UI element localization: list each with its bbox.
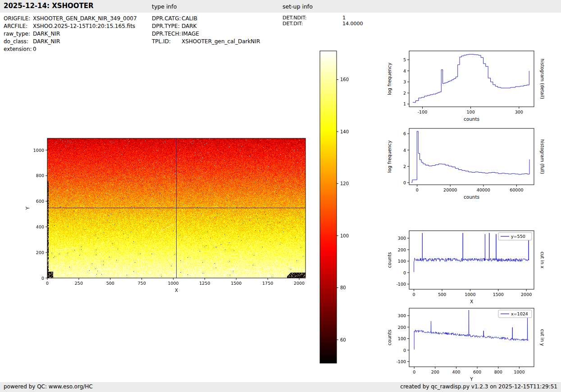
svg-text:100: 100 [398,336,406,341]
svg-text:1000: 1000 [168,281,178,286]
svg-text:1750: 1750 [262,281,273,286]
svg-text:log frequency: log frequency [387,140,392,173]
svg-text:750: 750 [138,281,146,286]
info-label: DPR.TYPE: [152,23,182,30]
svg-text:40000: 40000 [477,187,490,192]
svg-text:x=1024: x=1024 [511,311,528,316]
svg-text:y=550: y=550 [511,234,525,239]
type-info-block: DPR.CATG:CALIB DPR.TYPE:DARK DPR.TECH:IM… [152,15,260,46]
info-value: IMAGE [182,30,199,38]
svg-text:0: 0 [403,270,406,275]
svg-text:1000: 1000 [465,292,475,297]
info-value: DARK [182,23,196,30]
info-label: ARCFILE: [4,23,33,30]
svg-text:100: 100 [467,109,475,114]
histogram-detail-plot: -10010030012345countslog frequencyhistog… [384,46,547,127]
info-value: XSHOOTER_gen_cal_DarkNIR [182,38,260,46]
svg-text:counts: counts [387,252,392,268]
svg-text:60: 60 [340,337,346,342]
svg-text:120: 120 [340,181,349,186]
svg-text:0: 0 [403,180,406,185]
info-row-dpr-type: DPR.TYPE:DARK [152,23,260,30]
info-value: 14.0000 [342,21,363,27]
svg-text:log frequency: log frequency [387,63,392,95]
svg-text:Y: Y [470,376,473,382]
colorbar-axes: 6080100120140160 [317,48,361,366]
info-label: DPR.CATG: [152,15,182,23]
info-row-extension: extension:0 [4,46,137,53]
svg-text:400: 400 [36,224,44,229]
info-value: DARK_NIR [33,30,60,38]
svg-text:80: 80 [340,285,346,290]
svg-text:20000: 20000 [443,187,457,192]
info-label: ORIGFILE: [4,15,33,23]
svg-text:3: 3 [403,79,406,84]
svg-text:5: 5 [403,57,406,62]
svg-text:2000: 2000 [521,292,532,297]
footer-bar: powered by QC: www.eso.org/HC created by… [0,382,561,392]
info-row-do-class: do_class:DARK_NIR [4,38,137,46]
cut-in-x-plot: 0500100015002000-1000100200300Xcountscut… [384,225,547,309]
svg-text:1250: 1250 [199,281,210,286]
svg-text:-100: -100 [396,282,406,287]
setup-info-block: DET.NDIT:1 DET.DIT:14.0000 [283,15,363,27]
svg-text:1500: 1500 [493,292,504,297]
info-row-det-ndit: DET.NDIT:1 [283,15,363,21]
file-info-block: ORIGFILE:XSHOOTER_GEN_DARK_NIR_349_0007 … [4,15,137,53]
footer-created-by: created by qc_rawdisp.py v1.2.3 on 2025-… [400,383,557,390]
svg-text:histogram (full): histogram (full) [540,139,545,174]
svg-text:counts: counts [464,116,479,122]
svg-text:1000: 1000 [33,148,44,153]
info-row-raw-type: raw_type:DARK_NIR [4,30,137,38]
svg-text:X: X [175,287,178,293]
type-info-heading: type info [152,3,177,10]
svg-text:100: 100 [340,233,349,238]
svg-text:200: 200 [431,369,439,374]
svg-text:cut in x: cut in x [540,251,545,268]
info-value: 0 [33,46,36,53]
svg-text:0: 0 [413,369,415,374]
svg-text:500: 500 [438,292,446,297]
svg-text:cut in y: cut in y [540,329,545,346]
info-value: XSHOO.2025-12-15T10:20:15.165.fits [33,23,135,30]
info-row-dpr-catg: DPR.CATG:CALIB [152,15,260,23]
info-label: DPR.TECH: [152,30,182,38]
svg-text:4: 4 [403,148,406,153]
info-value: DARK_NIR [33,38,60,46]
info-label: TPL.ID: [152,38,182,46]
svg-text:300: 300 [398,236,406,241]
svg-text:600: 600 [473,369,481,374]
header-bar: 2025-12-14: XSHOOTER type info set-up in… [0,0,561,13]
info-value: XSHOOTER_GEN_DARK_NIR_349_0007 [33,15,137,23]
svg-text:0: 0 [413,292,415,297]
info-label: do_class: [4,38,33,46]
svg-text:2: 2 [403,91,406,96]
info-label: DET.DIT: [283,21,342,27]
svg-text:100: 100 [398,259,406,264]
svg-text:1: 1 [403,101,406,106]
svg-text:800: 800 [494,369,502,374]
info-row-arcfile: ARCFILE:XSHOO.2025-12-15T10:20:15.165.fi… [4,23,137,30]
svg-text:1000: 1000 [514,369,525,374]
histogram-full-plot: 02000040000600000246countslog frequencyh… [384,123,547,205]
svg-text:2000: 2000 [294,281,305,286]
svg-text:200: 200 [36,250,44,255]
svg-text:300: 300 [398,313,406,318]
info-row-dpr-tech: DPR.TECH:IMAGE [152,30,260,38]
svg-text:6: 6 [403,131,406,136]
info-row-det-dit: DET.DIT:14.0000 [283,21,363,27]
svg-text:histogram (detail): histogram (detail) [540,59,545,99]
svg-text:400: 400 [452,369,460,374]
svg-text:0: 0 [41,276,44,281]
setup-info-heading: set-up info [283,3,313,10]
info-value: 1 [342,15,346,21]
svg-text:250: 250 [75,281,83,286]
info-row-tpl-id: TPL.ID:XSHOOTER_gen_cal_DarkNIR [152,38,260,46]
svg-text:0: 0 [416,187,419,192]
svg-text:140: 140 [340,129,349,134]
svg-text:200: 200 [398,325,406,330]
svg-text:counts: counts [387,329,392,345]
svg-text:4: 4 [403,68,406,73]
svg-text:2: 2 [403,164,406,169]
detector-image-axes: 0250500750100012501500175020000200400600… [22,133,319,298]
